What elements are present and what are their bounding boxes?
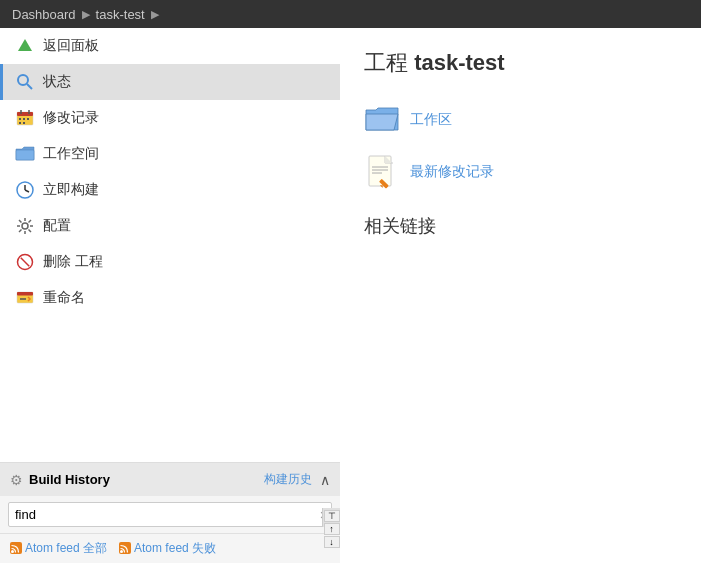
rss-icon-all (10, 541, 22, 557)
svg-rect-9 (27, 118, 29, 120)
workspace-link[interactable]: 工作区 (410, 111, 452, 129)
sidebar-item-label-delete: 删除 工程 (43, 253, 103, 271)
sidebar-item-build-now[interactable]: 立即构建 (0, 172, 340, 208)
sidebar-scroll-arrows-col: ⊤ ↑ ↓ (322, 508, 340, 527)
sidebar-item-label-change-log: 修改记录 (43, 109, 99, 127)
svg-line-2 (27, 84, 32, 89)
top-bar: Dashboard ▶ task-test ▶ (0, 0, 701, 28)
document-icon (364, 154, 400, 190)
workspace-link-item: 工作区 (364, 102, 677, 138)
related-links-heading: 相关链接 (364, 214, 677, 238)
build-history-section: ⚙ Build History 构建历史 ∧ × (0, 462, 340, 563)
search-input-wrapper: × (8, 502, 332, 527)
atom-feeds-bar: Atom feed 全部 Atom feed 失败 (0, 533, 340, 563)
svg-point-1 (18, 75, 28, 85)
svg-point-31 (11, 550, 14, 553)
content-area: 工程 task-test 工作区 (340, 28, 701, 563)
build-history-search: × (0, 496, 340, 533)
svg-rect-4 (17, 112, 33, 116)
svg-rect-12 (16, 150, 34, 160)
gear-icon (15, 216, 35, 236)
scroll-to-top-button[interactable]: ⊤ (324, 510, 340, 522)
build-history-title: Build History (29, 472, 110, 487)
svg-rect-10 (19, 122, 21, 124)
svg-line-24 (19, 230, 22, 233)
sidebar-item-workspace[interactable]: 工作空间 (0, 136, 340, 172)
search-input[interactable] (8, 502, 332, 527)
svg-point-33 (120, 550, 123, 553)
search-icon (15, 72, 35, 92)
svg-line-15 (25, 190, 29, 192)
svg-rect-8 (23, 118, 25, 120)
calendar-icon (15, 108, 35, 128)
svg-point-16 (22, 223, 28, 229)
clock-icon (15, 180, 35, 200)
sidebar-item-change-log[interactable]: 修改记录 (0, 100, 340, 136)
folder-open-icon (364, 102, 400, 138)
scroll-up-button[interactable]: ↑ (324, 523, 340, 535)
sidebar-item-label-rename: 重命名 (43, 289, 85, 307)
sidebar-item-label-back: 返回面板 (43, 37, 99, 55)
breadcrumb-project[interactable]: task-test (96, 7, 145, 22)
svg-rect-7 (19, 118, 21, 120)
svg-rect-11 (23, 122, 25, 124)
sidebar: 返回面板 状态 (0, 28, 340, 563)
atom-feed-all-label: Atom feed 全部 (25, 540, 107, 557)
build-history-title-right: 构建历史 ∧ (264, 471, 330, 488)
sidebar-item-label-build-now: 立即构建 (43, 181, 99, 199)
main-layout: 返回面板 状态 (0, 28, 701, 563)
content-links: 工作区 最新修改记录 (364, 102, 677, 190)
sidebar-nav: 返回面板 状态 (0, 28, 340, 462)
breadcrumb-sep1: ▶ (82, 8, 90, 21)
build-history-gear-icon: ⚙ (10, 472, 23, 488)
arrow-up-icon (15, 36, 35, 56)
atom-feed-failed-link[interactable]: Atom feed 失败 (119, 540, 216, 557)
sidebar-item-status[interactable]: 状态 (0, 64, 340, 100)
scroll-down-button[interactable]: ↓ (324, 536, 340, 548)
folder-icon (15, 144, 35, 164)
chevron-up-icon[interactable]: ∧ (320, 472, 330, 488)
build-history-title-left: ⚙ Build History (10, 472, 110, 488)
svg-line-26 (21, 258, 29, 266)
breadcrumb: Dashboard ▶ task-test ▶ (12, 7, 159, 22)
sidebar-item-label-configure: 配置 (43, 217, 71, 235)
breadcrumb-dashboard[interactable]: Dashboard (12, 7, 76, 22)
ban-icon (15, 252, 35, 272)
sidebar-wrapper: 返回面板 状态 (0, 28, 340, 563)
sidebar-item-label-workspace: 工作空间 (43, 145, 99, 163)
sidebar-item-rename[interactable]: 重命名 (0, 280, 340, 316)
build-history-header: ⚙ Build History 构建历史 ∧ (0, 463, 340, 496)
sidebar-item-label-status: 状态 (43, 73, 71, 91)
breadcrumb-sep2: ▶ (151, 8, 159, 21)
sidebar-item-configure[interactable]: 配置 (0, 208, 340, 244)
atom-feed-all-link[interactable]: Atom feed 全部 (10, 540, 107, 557)
svg-rect-28 (17, 292, 33, 296)
rss-icon-failed (119, 541, 131, 557)
latest-changes-link-item: 最新修改记录 (364, 154, 677, 190)
page-title: 工程 task-test (364, 48, 677, 78)
svg-marker-0 (18, 39, 32, 51)
svg-line-22 (29, 230, 32, 233)
sidebar-item-delete-project[interactable]: 删除 工程 (0, 244, 340, 280)
sidebar-item-back-to-dashboard[interactable]: 返回面板 (0, 28, 340, 64)
rename-icon (15, 288, 35, 308)
svg-line-23 (29, 220, 32, 223)
build-history-link[interactable]: 构建历史 (264, 471, 312, 488)
atom-feed-failed-label: Atom feed 失败 (134, 540, 216, 557)
svg-line-21 (19, 220, 22, 223)
latest-changes-link[interactable]: 最新修改记录 (410, 163, 494, 181)
